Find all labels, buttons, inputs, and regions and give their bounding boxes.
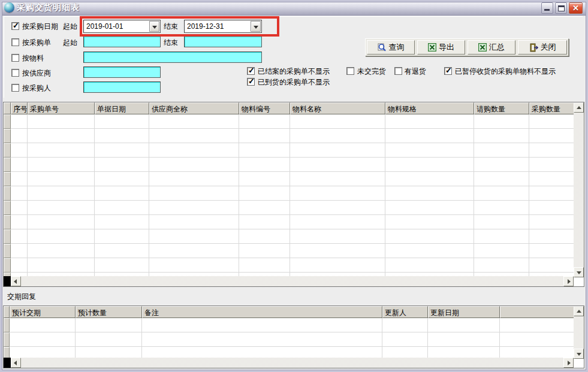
column-header[interactable]: 更新日期: [428, 306, 500, 318]
filter-buyer-label: 按采购人: [22, 83, 51, 93]
close-report-button-label: 关闭: [541, 42, 556, 53]
column-header[interactable]: 供应商全称: [149, 102, 239, 114]
row-selector-cell[interactable]: [4, 201, 11, 215]
row-selector-cell[interactable]: [4, 318, 10, 332]
grid-column-line: [75, 318, 76, 359]
export-button-label: 导出: [439, 42, 454, 53]
column-header[interactable]: [500, 306, 574, 318]
row-selector-cell[interactable]: [4, 215, 11, 229]
chevron-down-icon: [152, 26, 157, 29]
scroll-right-button[interactable]: [563, 358, 574, 368]
order-start-input[interactable]: [83, 36, 161, 47]
reply-table-body[interactable]: [4, 318, 574, 359]
row-selector-cell[interactable]: [4, 143, 11, 158]
row-selector-cell[interactable]: [4, 332, 10, 347]
column-header[interactable]: 预计交期: [10, 306, 76, 318]
option-undelivered-label: 未交完货: [357, 66, 386, 76]
column-header[interactable]: 物料编号: [239, 102, 290, 114]
date-end-combobox[interactable]: 2019-12-31: [184, 20, 262, 33]
row-selector-cell[interactable]: [4, 129, 11, 143]
column-header[interactable]: 采购数量: [529, 102, 574, 114]
close-button[interactable]: ✕: [569, 2, 583, 14]
column-header[interactable]: 序号: [11, 102, 28, 114]
column-header[interactable]: 备注: [142, 306, 382, 318]
scroll-right-button[interactable]: [563, 276, 574, 286]
toolbar: 查询 导出 汇总 关闭: [365, 38, 569, 56]
grid-column-line: [94, 114, 95, 277]
arrow-right-icon: [568, 361, 571, 365]
grid-column-line: [290, 114, 290, 277]
arrow-left-icon: [14, 361, 17, 365]
main-table-hscrollbar[interactable]: [4, 276, 574, 286]
row-selector-cell[interactable]: [4, 158, 11, 172]
column-header[interactable]: 单据日期: [95, 102, 149, 114]
arrow-up-icon: [577, 106, 581, 109]
filter-order-checkbox[interactable]: [11, 38, 19, 46]
filter-date-checkbox[interactable]: [11, 22, 19, 30]
export-button[interactable]: 导出: [417, 40, 465, 55]
close-report-button[interactable]: 关闭: [518, 40, 567, 55]
reply-table-vscrollbar[interactable]: [574, 306, 584, 359]
row-selector-cell[interactable]: [4, 172, 11, 186]
query-button-label: 查询: [389, 42, 405, 53]
main-table-vscrollbar[interactable]: [574, 102, 584, 277]
minimize-button[interactable]: [541, 2, 553, 14]
column-header[interactable]: 预计数量: [76, 306, 142, 318]
column-header[interactable]: 更新人: [382, 306, 428, 318]
maximize-icon: [558, 5, 565, 11]
grid-column-line: [149, 114, 149, 277]
filter-supplier-checkbox[interactable]: [11, 69, 19, 77]
order-end-input[interactable]: [184, 36, 262, 47]
date-end-label: 结束: [164, 22, 178, 31]
date-end-dropdown-button[interactable]: [251, 21, 261, 32]
row-selector-cell[interactable]: [4, 347, 10, 359]
column-header[interactable]: 物料规格: [385, 102, 474, 114]
close-icon: ✕: [569, 4, 582, 13]
column-header[interactable]: 请购数量: [474, 102, 529, 114]
minimize-icon: [544, 9, 550, 11]
scroll-left-button[interactable]: [11, 276, 21, 286]
date-end-value: 2019-12-31: [187, 22, 224, 31]
filter-buyer-checkbox[interactable]: [11, 84, 19, 92]
summary-button[interactable]: 汇总: [468, 40, 515, 55]
scroll-down-button[interactable]: [574, 267, 584, 277]
main-table-body[interactable]: [4, 114, 574, 277]
chevron-down-icon: [254, 26, 258, 29]
excel-export-icon: [428, 43, 436, 52]
filter-material-checkbox[interactable]: [11, 54, 19, 62]
column-header[interactable]: [4, 306, 10, 318]
filter-order-label: 按采购单: [22, 38, 51, 47]
row-selector-cell[interactable]: [4, 186, 11, 201]
option-returns-checkbox[interactable]: [394, 67, 402, 75]
option-closed-orders-checkbox[interactable]: [247, 67, 255, 75]
row-selector-cell[interactable]: [4, 258, 11, 273]
date-start-combobox[interactable]: 2019-01-01: [83, 20, 161, 33]
column-header[interactable]: 物料名称: [290, 102, 385, 114]
row-selector-cell[interactable]: [4, 114, 11, 129]
option-arrived-orders-checkbox[interactable]: [247, 78, 255, 86]
supplier-input[interactable]: [83, 66, 161, 78]
option-undelivered-checkbox[interactable]: [346, 67, 354, 75]
option-suspended-checkbox[interactable]: [444, 67, 452, 75]
column-header[interactable]: [4, 102, 11, 114]
query-button[interactable]: 查询: [367, 40, 415, 55]
row-selector-cell[interactable]: [4, 244, 11, 258]
scroll-up-button[interactable]: [574, 306, 584, 316]
maximize-button[interactable]: [555, 2, 567, 14]
scroll-up-button[interactable]: [574, 102, 584, 113]
date-start-dropdown-button[interactable]: [149, 21, 159, 32]
column-header[interactable]: 采购单号: [28, 102, 95, 114]
scroll-left-button[interactable]: [11, 358, 21, 368]
grid-corner-box: [4, 276, 11, 286]
scroll-down-button[interactable]: [574, 349, 584, 359]
option-suspended-label: 已暂停收货的采购单物料不显示: [455, 66, 556, 76]
option-arrived-orders-label: 已到货的采购单不显示: [258, 77, 330, 87]
date-start-value: 2019-01-01: [86, 22, 123, 31]
excel-summary-icon: [478, 43, 487, 52]
material-input[interactable]: [83, 52, 262, 63]
reply-table-hscrollbar[interactable]: [4, 358, 574, 368]
buyer-input[interactable]: [83, 81, 161, 93]
titlebar[interactable]: 采购交货明细表 ✕: [0, 0, 588, 16]
row-selector-cell[interactable]: [4, 229, 11, 244]
arrow-down-icon: [577, 271, 581, 274]
